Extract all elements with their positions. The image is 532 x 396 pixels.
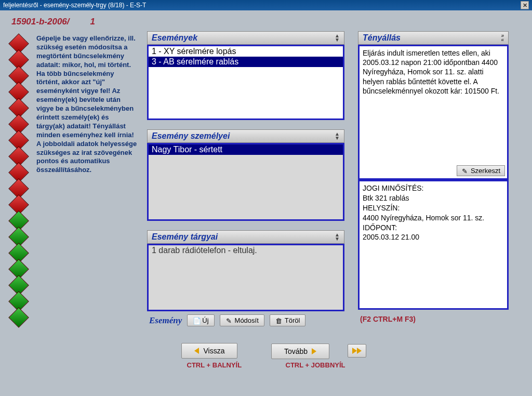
case-number: 15901-b-2006/1: [0, 10, 532, 31]
step-diamond[interactable]: [8, 307, 29, 328]
back-button[interactable]: Vissza: [181, 343, 237, 359]
scroll-icon[interactable]: ▲▼: [335, 132, 340, 140]
facts-header: Tényállás »«: [358, 31, 509, 45]
footer-nav: Vissza Tovább CTRL + BALNYÍL CTRL + JOBB…: [0, 329, 532, 369]
persons-header: Esemény személyei ▲▼: [147, 129, 344, 143]
legal-box: JOGI MINŐSÍTÉS: Btk 321 rablás HELYSZÍN:…: [358, 180, 509, 310]
scroll-icon[interactable]: ▲▼: [335, 34, 340, 42]
events-list[interactable]: 1 - XY sérelmére lopás 3 - AB sérelmére …: [147, 45, 344, 120]
next-button[interactable]: Tovább: [271, 344, 329, 359]
facts-box: Eljárás indult ismeretlen tettes ellen, …: [358, 45, 509, 180]
new-button[interactable]: 📄Új: [187, 314, 214, 326]
edit-facts-button[interactable]: ✎Szerkeszt: [457, 165, 505, 176]
new-icon: 📄: [193, 317, 200, 324]
delete-button[interactable]: 🗑Töröl: [270, 314, 306, 326]
list-item[interactable]: 3 - AB sérelmére rablás: [149, 57, 343, 67]
nav-arrows-icon[interactable]: »«: [501, 34, 504, 42]
pencil-icon: ✎: [461, 167, 469, 175]
facts-text: Eljárás indult ismeretlen tettes ellen, …: [363, 49, 499, 95]
list-item[interactable]: 1 darab rádiótelefon - eltulaj.: [149, 245, 343, 256]
list-item[interactable]: Nagy Tibor - sértett: [149, 144, 343, 155]
fast-forward-button[interactable]: [348, 344, 366, 358]
wizard-steps: [11, 31, 32, 329]
arrow-right-icon: [352, 348, 357, 354]
arrow-left-icon: [194, 348, 199, 354]
modify-button[interactable]: ✎Módosít: [220, 314, 264, 326]
persons-list[interactable]: Nagy Tibor - sértett: [147, 143, 344, 221]
objects-header: Esemény tárgyai ▲▼: [147, 230, 344, 244]
back-hint: CTRL + BALNYÍL: [187, 361, 242, 369]
scroll-icon[interactable]: ▲▼: [335, 233, 340, 241]
events-header: Események ▲▼: [147, 31, 344, 45]
action-shortcuts: (F2 CTRL+M F3): [358, 310, 509, 328]
window-title: feljelentésről - esemény-személy-trgy (8…: [3, 2, 146, 9]
edit-icon: ✎: [225, 317, 233, 324]
next-hint: CTRL + JOBBNYÍL: [286, 361, 345, 369]
arrow-right-icon: [357, 348, 362, 354]
list-item[interactable]: 1 - XY sérelmére lopás: [149, 46, 343, 57]
help-text: Gépelje be vagy ellenőrizze, ill. szüksé…: [36, 31, 143, 329]
close-icon[interactable]: ✕: [521, 1, 529, 9]
objects-list[interactable]: 1 darab rádiótelefon - eltulaj.: [147, 244, 344, 311]
trash-icon: 🗑: [275, 317, 283, 324]
title-bar: feljelentésről - esemény-személy-trgy (8…: [0, 0, 532, 10]
arrow-right-icon: [312, 348, 316, 354]
event-label: Esemény: [149, 315, 182, 326]
